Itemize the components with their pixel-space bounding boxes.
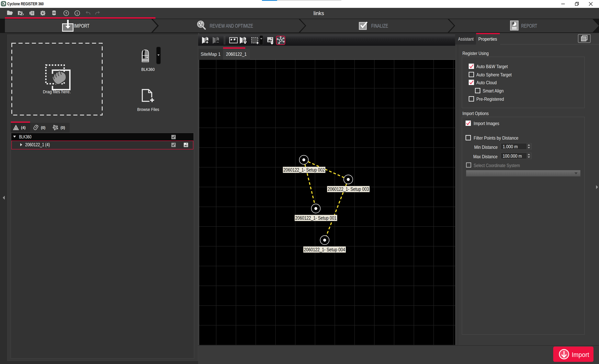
svg-text:i: i (77, 12, 78, 15)
svg-text:?: ? (65, 12, 67, 15)
